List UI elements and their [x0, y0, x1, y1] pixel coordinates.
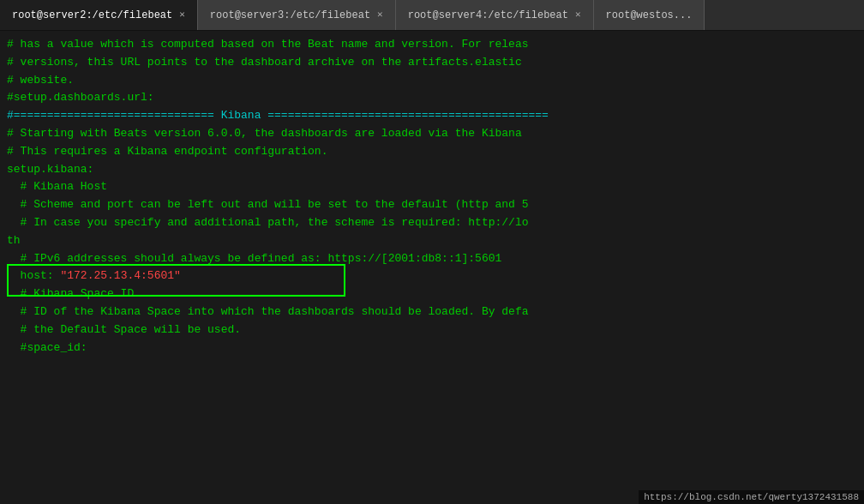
- tab-label-2: root@server3:/etc/filebeat: [210, 9, 370, 21]
- tab-label-4: root@westos...: [606, 9, 693, 21]
- tab-label-3: root@server4:/etc/filebeat: [408, 9, 568, 21]
- line-15: # IPv6 addresses should always be define…: [0, 250, 864, 268]
- line-14: th: [0, 232, 864, 250]
- line-2: # website.: [0, 72, 864, 90]
- line-11: # Kibana Host: [0, 178, 864, 196]
- host-value: "172.25.13.4:5601": [60, 269, 180, 282]
- host-prefix: host:: [7, 269, 60, 282]
- line-12: # Scheme and port can be left out and wi…: [0, 196, 864, 214]
- editor: # has a value which is computed based on…: [0, 31, 864, 504]
- line-19: # ID of the Kibana Space into which the …: [0, 303, 864, 321]
- line-18: # Kibana Space ID: [0, 285, 864, 303]
- line-0: # has a value which is computed based on…: [0, 36, 864, 54]
- tab-4[interactable]: root@westos...: [594, 0, 705, 30]
- line-13: # In case you specify and additional pat…: [0, 214, 864, 232]
- tab-close-3[interactable]: ✕: [575, 10, 581, 20]
- line-7: # Starting with Beats version 6.0.0, the…: [0, 125, 864, 143]
- tab-3[interactable]: root@server4:/etc/filebeat✕: [396, 0, 594, 30]
- line-1: # versions, this URL points to the dashb…: [0, 54, 864, 72]
- line-8: # This requires a Kibana endpoint config…: [0, 143, 864, 161]
- line-3: #setup.dashboards.url:: [0, 89, 864, 107]
- line-9: setup.kibana:: [0, 161, 864, 179]
- tab-1[interactable]: root@server2:/etc/filebeat✕: [0, 0, 198, 30]
- status-bar: https://blog.csdn.net/qwerty1372431588: [639, 490, 864, 504]
- tab-close-2[interactable]: ✕: [377, 10, 383, 20]
- tab-2[interactable]: root@server3:/etc/filebeat✕: [198, 0, 396, 30]
- line-host: host: "172.25.13.4:5601": [0, 267, 864, 285]
- line-5: #============================== Kibana =…: [0, 107, 864, 125]
- tab-close-1[interactable]: ✕: [179, 10, 185, 20]
- tab-label-1: root@server2:/etc/filebeat: [12, 9, 172, 21]
- line-20: # the Default Space will be used.: [0, 321, 864, 339]
- line-21: #space_id:: [0, 339, 864, 357]
- tab-bar: root@server2:/etc/filebeat✕root@server3:…: [0, 0, 864, 31]
